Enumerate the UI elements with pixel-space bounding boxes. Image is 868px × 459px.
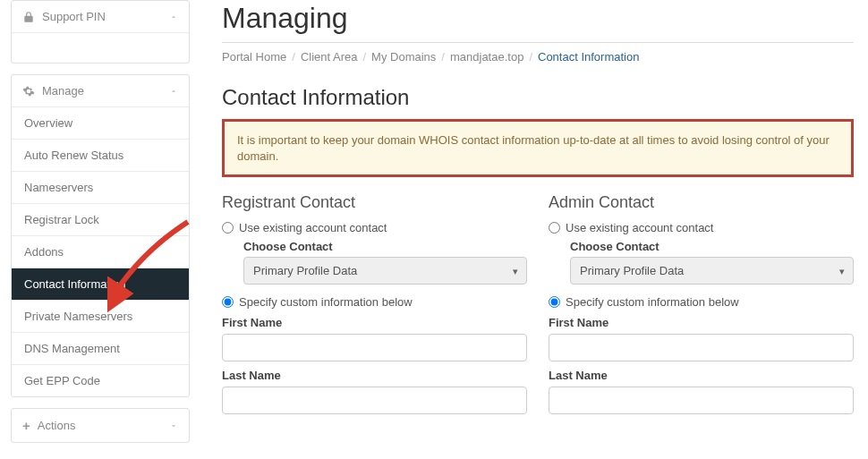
admin-heading: Admin Contact	[549, 193, 854, 212]
actions-label: Actions	[38, 419, 76, 432]
sidebar-item-dns-management[interactable]: DNS Management	[12, 332, 189, 364]
radio-label: Use existing account contact	[239, 221, 387, 234]
sidebar-item-private-nameservers[interactable]: Private Nameservers	[12, 300, 189, 332]
manage-panel: Manage OverviewAuto Renew StatusNameserv…	[11, 74, 190, 397]
radio-input[interactable]	[549, 296, 560, 308]
support-pin-label: Support PIN	[42, 10, 106, 23]
registrant-last-name-input[interactable]	[222, 387, 527, 414]
admin-last-name-input[interactable]	[549, 387, 854, 414]
radio-input[interactable]	[222, 222, 234, 234]
manage-label: Manage	[42, 84, 84, 98]
breadcrumb-sep: /	[529, 50, 532, 64]
registrant-heading: Registrant Contact	[222, 193, 527, 212]
last-name-label: Last Name	[549, 369, 854, 382]
sidebar-item-auto-renew-status[interactable]: Auto Renew Status	[12, 139, 189, 171]
choose-contact-label: Choose Contact	[243, 240, 527, 253]
plus-icon: +	[22, 418, 30, 433]
breadcrumb-link[interactable]: Client Area	[301, 50, 358, 64]
support-pin-header[interactable]: Support PIN	[12, 1, 189, 32]
sidebar-item-get-epp-code[interactable]: Get EPP Code	[12, 364, 189, 396]
breadcrumb-current: Contact Information	[538, 50, 639, 64]
registrant-contact-select[interactable]: Primary Profile Data	[243, 257, 527, 285]
sidebar-item-nameservers[interactable]: Nameservers	[12, 171, 189, 203]
manage-header[interactable]: Manage	[12, 75, 189, 106]
lock-icon	[22, 11, 35, 23]
admin-first-name-input[interactable]	[549, 334, 854, 361]
sidebar-item-contact-information[interactable]: Contact Information	[12, 268, 189, 300]
first-name-label: First Name	[222, 316, 527, 329]
first-name-label: First Name	[549, 316, 854, 329]
radio-label: Specify custom information below	[566, 295, 739, 309]
registrant-first-name-input[interactable]	[222, 334, 527, 361]
breadcrumb: Portal Home/Client Area/My Domains/mandj…	[222, 50, 854, 64]
radio-input[interactable]	[549, 222, 560, 234]
radio-input[interactable]	[222, 296, 234, 308]
breadcrumb-link[interactable]: My Domains	[371, 50, 436, 64]
breadcrumb-link[interactable]: Portal Home	[222, 50, 286, 64]
actions-header[interactable]: + Actions	[12, 409, 189, 442]
registrant-radio-custom[interactable]: Specify custom information below	[222, 295, 527, 309]
support-pin-panel: Support PIN	[11, 0, 190, 64]
manage-menu: OverviewAuto Renew StatusNameserversRegi…	[12, 106, 189, 396]
chevron-down-icon	[169, 421, 178, 430]
divider	[222, 42, 854, 43]
whois-alert: It is important to keep your domain WHOI…	[222, 119, 854, 177]
admin-contact-column: Admin Contact Use existing account conta…	[549, 193, 854, 414]
radio-label: Specify custom information below	[239, 295, 413, 309]
breadcrumb-sep: /	[362, 50, 366, 64]
last-name-label: Last Name	[222, 369, 527, 382]
sidebar-item-overview[interactable]: Overview	[12, 106, 189, 139]
breadcrumb-link[interactable]: mandjatae.top	[450, 50, 523, 64]
chevron-up-icon	[169, 87, 178, 96]
registrant-contact-column: Registrant Contact Use existing account …	[222, 193, 527, 414]
support-pin-body	[12, 32, 189, 63]
admin-contact-select[interactable]: Primary Profile Data	[570, 257, 854, 285]
sidebar-item-registrar-lock[interactable]: Registrar Lock	[12, 203, 189, 235]
radio-label: Use existing account contact	[566, 221, 713, 234]
breadcrumb-sep: /	[441, 50, 445, 64]
admin-radio-custom[interactable]: Specify custom information below	[549, 295, 854, 309]
breadcrumb-sep: /	[292, 50, 295, 64]
sidebar-item-addons[interactable]: Addons	[12, 235, 189, 268]
actions-panel: + Actions	[11, 408, 190, 443]
gear-icon	[22, 85, 35, 98]
choose-contact-label: Choose Contact	[570, 240, 854, 253]
page-title: Managing	[222, 2, 854, 35]
chevron-up-icon	[169, 13, 178, 21]
admin-radio-existing[interactable]: Use existing account contact	[549, 221, 854, 234]
section-title: Contact Information	[222, 85, 854, 110]
registrant-radio-existing[interactable]: Use existing account contact	[222, 221, 527, 234]
